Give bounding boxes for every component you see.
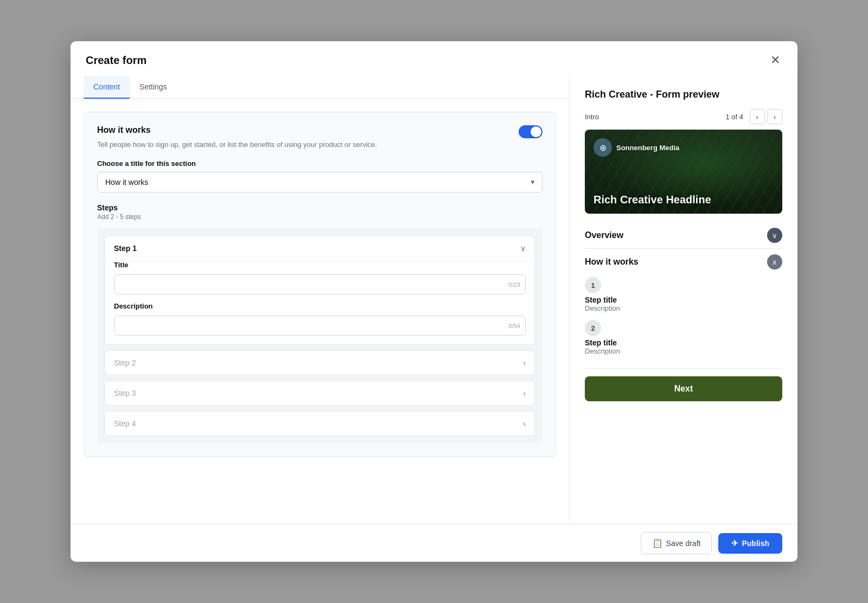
tab-bar: Content Settings <box>71 76 569 99</box>
preview-headline: Rich Creative Headline <box>593 194 711 206</box>
right-panel: Rich Creative - Form preview Intro 1 of … <box>570 76 797 524</box>
step-1-title: Step 1 <box>114 244 137 253</box>
title-select[interactable]: How it works <box>97 172 542 193</box>
step-1-body: Title 0/23 Description 0/54 <box>105 260 534 344</box>
title-select-wrapper: How it works ▼ <box>97 172 542 193</box>
preview-nav-label: Intro <box>585 113 599 121</box>
step-2-preview-title: Step title <box>585 338 782 347</box>
next-button[interactable]: Next <box>585 376 782 401</box>
step-3-chevron-icon: › <box>523 389 526 397</box>
preview-title: Rich Creative - Form preview <box>585 89 782 100</box>
choose-title-label: Choose a title for this section <box>97 159 542 168</box>
prev-page-button[interactable]: ‹ <box>750 109 765 124</box>
section-title: How it works <box>97 125 151 135</box>
step-1-num-circle: 1 <box>585 277 601 293</box>
step-4-chevron-icon: › <box>523 419 526 428</box>
overview-section: Overview ∨ <box>585 222 782 249</box>
step-2-title: Step 2 <box>114 358 136 367</box>
step-preview-2: 2 Step title Description <box>585 320 782 355</box>
preview-nav: Intro 1 of 4 ‹ › <box>585 109 782 124</box>
desc-field-label: Description <box>114 302 526 310</box>
step-1-chevron-icon: ∨ <box>520 244 526 253</box>
step-2-chevron-icon: › <box>523 358 526 367</box>
overview-title: Overview <box>585 230 623 240</box>
desc-input-wrapper: 0/54 <box>114 316 526 336</box>
step-1-title-input[interactable] <box>114 274 526 294</box>
step-4-title: Step 4 <box>114 419 136 428</box>
step-3-header[interactable]: Step 3 › <box>105 381 534 405</box>
tab-settings[interactable]: Settings <box>130 76 177 99</box>
close-button[interactable]: ✕ <box>768 52 782 68</box>
step-4-header[interactable]: Step 4 › <box>105 412 534 435</box>
preview-brand: ⊕ Sonnenberg Media <box>593 138 679 157</box>
create-form-modal: Create form ✕ Content Settings How it wo… <box>71 41 797 562</box>
steps-label: Steps <box>97 203 542 212</box>
step-2-preview-desc: Description <box>585 347 782 355</box>
how-it-works-toggle-button[interactable]: ∧ <box>767 254 782 270</box>
modal-body: Content Settings How it works Tell peopl… <box>71 76 797 524</box>
step-1-preview-title: Step title <box>585 296 782 304</box>
steps-sublabel: Add 2 - 5 steps <box>97 213 542 221</box>
step-2-header[interactable]: Step 2 › <box>105 351 534 375</box>
section-toggle[interactable] <box>519 125 542 138</box>
how-it-works-preview-title: How it works ∧ <box>585 254 782 270</box>
step-1-header[interactable]: Step 1 ∨ <box>105 236 534 260</box>
title-field-label: Title <box>114 261 526 269</box>
overview-toggle-button[interactable]: ∨ <box>767 228 782 243</box>
step-1-title-char: 0/23 <box>509 281 520 288</box>
publish-button[interactable]: ✈ Publish <box>718 533 782 554</box>
next-page-button[interactable]: › <box>767 109 782 124</box>
how-it-works-preview-section: How it works ∧ 1 Step title Description … <box>585 249 782 369</box>
step-1-desc-input[interactable] <box>114 316 526 336</box>
brand-icon: ⊕ <box>593 138 612 157</box>
step-2-num-circle: 2 <box>585 320 601 336</box>
title-input-wrapper: 0/23 <box>114 274 526 294</box>
save-draft-button[interactable]: 📋 Save draft <box>641 532 712 554</box>
preview-image: ⊕ Sonnenberg Media Rich Creative Headlin… <box>585 130 782 214</box>
left-panel: Content Settings How it works Tell peopl… <box>71 76 570 524</box>
publish-icon: ✈ <box>731 538 738 548</box>
step-4-item: Step 4 › <box>105 411 535 436</box>
tab-content[interactable]: Content <box>84 76 130 99</box>
step-1-item: Step 1 ∨ Title 0/23 Description <box>105 236 535 345</box>
save-draft-icon: 📋 <box>652 538 663 548</box>
step-3-item: Step 3 › <box>105 381 535 406</box>
right-panel-inner: Intro 1 of 4 ‹ › ⊕ Sonnenberg Media Rich… <box>585 109 782 524</box>
step-1-preview-desc: Description <box>585 304 782 312</box>
how-it-works-card: How it works Tell people how to sign up,… <box>84 112 556 457</box>
step-preview-1: 1 Step title Description <box>585 277 782 312</box>
modal-header: Create form ✕ <box>71 41 797 76</box>
steps-container: Step 1 ∨ Title 0/23 Description <box>97 228 542 444</box>
step-3-title: Step 3 <box>114 389 136 397</box>
preview-nav-controls: 1 of 4 ‹ › <box>725 109 782 124</box>
section-description: Tell people how to sign up, get started,… <box>97 140 542 149</box>
section-header: How it works <box>97 125 542 138</box>
brand-name: Sonnenberg Media <box>616 144 679 152</box>
step-1-desc-char: 0/54 <box>509 323 520 329</box>
step-2-item: Step 2 › <box>105 350 535 375</box>
left-content: How it works Tell people how to sign up,… <box>71 99 569 524</box>
modal-footer: 📋 Save draft ✈ Publish <box>71 524 797 562</box>
modal-title: Create form <box>86 54 146 67</box>
preview-nav-page: 1 of 4 <box>725 113 743 121</box>
